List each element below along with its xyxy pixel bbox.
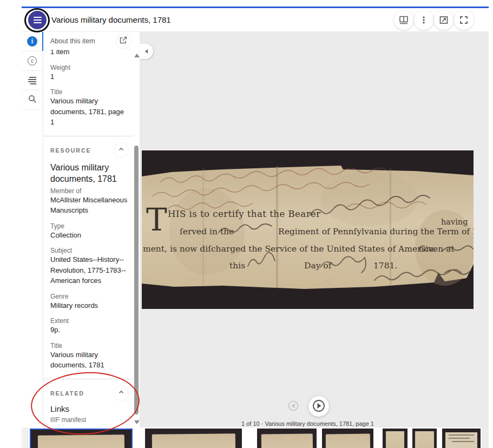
canvas-navigation (142, 396, 474, 417)
companion-window-rail: i c (22, 32, 43, 427)
related-section-title: RELATED (50, 390, 114, 397)
about-panel-title: About this item (50, 37, 116, 45)
mirador-window: Various military documents, 1781 (22, 6, 489, 448)
metadata-label: Genre (50, 293, 128, 300)
thumbnail-canvas-1[interactable] (30, 429, 133, 448)
book-view-icon (398, 15, 409, 25)
window-body: i c About this item (22, 32, 489, 427)
collapse-sidebar-button[interactable] (140, 44, 153, 59)
tab-canvas-index[interactable] (22, 71, 43, 90)
previous-canvas-button[interactable] (287, 400, 300, 413)
thumbnail-strip-left-edge (22, 427, 28, 448)
related-heading: Links (50, 404, 128, 414)
thumbnail-canvas-7[interactable] (442, 429, 481, 448)
printed-having: having (441, 218, 468, 226)
fullscreen-icon (458, 15, 469, 25)
maximize-window-button[interactable] (434, 10, 453, 30)
metadata-label: Title (50, 342, 128, 350)
collapse-sidebar-icon (144, 48, 149, 56)
next-canvas-button[interactable] (308, 396, 329, 417)
metadata-value: 1 (50, 71, 128, 82)
metadata-label: Extent (50, 317, 128, 325)
previous-canvas-icon (287, 400, 299, 413)
metadata-label: Subject (50, 247, 128, 254)
resource-heading: Various military documents, 1781 (50, 162, 128, 185)
thumbnail-navigation[interactable] (22, 427, 489, 448)
resource-section-title: RESOURCE (50, 147, 114, 154)
chevron-up-icon (117, 146, 125, 155)
window-toolbar (394, 10, 474, 30)
thumbnail-canvas-6[interactable] (412, 429, 437, 448)
window-title: Various military documents, 1781 (51, 15, 394, 24)
metadata-value: McAllister Miscellaneous Manuscripts (50, 195, 128, 216)
scroll-up-arrow-icon[interactable] (134, 54, 140, 57)
next-canvas-icon (312, 399, 326, 414)
metadata-label: Type (50, 222, 128, 230)
canvas-image[interactable]: T HIS is to certify that the Bearer havi… (142, 150, 474, 309)
metadata-value: United States--History--Revolution, 1775… (50, 254, 128, 286)
thumbnail-canvas-2[interactable] (145, 429, 242, 448)
metadata-label: Title (50, 88, 128, 96)
kebab-menu-icon (419, 15, 429, 25)
search-icon (28, 94, 37, 106)
canvas-viewer[interactable]: T HIS is to certify that the Bearer havi… (140, 32, 489, 427)
metadata-value: Various military documents, 1781, page 1 (50, 96, 128, 128)
sidebar-scrollbar[interactable] (134, 32, 140, 427)
section-divider (43, 136, 134, 136)
svg-text:ment, is now diſcharged the Se: ment, is now diſcharged the Service of t… (143, 244, 455, 254)
thumbnail-canvas-4[interactable] (322, 429, 373, 448)
metadata-label: Weight (50, 64, 128, 71)
canvas-index-icon (28, 77, 36, 84)
thumbnail-canvas-5[interactable] (383, 429, 407, 448)
chevron-up-icon (117, 388, 125, 398)
thumbnail-canvas-3[interactable] (257, 429, 317, 448)
printed-line-1: HIS is to certify that the Bearer (168, 209, 321, 219)
open-in-new-button[interactable] (116, 34, 130, 48)
drop-cap: T (146, 201, 167, 238)
window-menu-button[interactable] (28, 11, 47, 29)
tab-rights[interactable]: c (22, 51, 43, 71)
metadata-value: Collection (50, 230, 128, 241)
window-options-button[interactable] (414, 10, 433, 30)
metadata-value: Various military documents, 1781 (50, 350, 128, 371)
collapse-resource-button[interactable] (114, 143, 128, 157)
metadata-label: Member of (50, 187, 128, 195)
maximize-window-icon (438, 15, 449, 25)
canvas-caption: 1 of 10 · Various military documents, 17… (142, 420, 474, 427)
section-divider (43, 379, 134, 379)
open-in-new-icon (119, 36, 128, 46)
about-panel: About this item 1 item Weight 1 Title Va… (43, 32, 134, 427)
fullscreen-button[interactable] (454, 10, 474, 30)
thumbnail-strip-right-edge (482, 427, 489, 448)
iiif-manifest-label: IIIF manifest (50, 416, 128, 424)
copyright-icon: c (28, 56, 37, 65)
book-view-button[interactable] (394, 10, 413, 30)
metadata-scroll-area[interactable]: 1 item Weight 1 Title Various military d… (43, 50, 134, 427)
about-panel-header: About this item (43, 32, 134, 50)
collapse-related-button[interactable] (114, 386, 128, 400)
metadata-value: 9p. (50, 325, 128, 335)
tab-information[interactable]: i (22, 32, 43, 51)
window-top-bar: Various military documents, 1781 (22, 8, 489, 32)
tab-search[interactable] (22, 90, 43, 110)
info-icon: i (27, 36, 37, 47)
scroll-down-arrow-icon[interactable] (134, 420, 140, 424)
metadata-value: 1 item (50, 50, 128, 57)
scrollbar-thumb[interactable] (134, 146, 139, 414)
metadata-value: Military records (50, 300, 128, 311)
